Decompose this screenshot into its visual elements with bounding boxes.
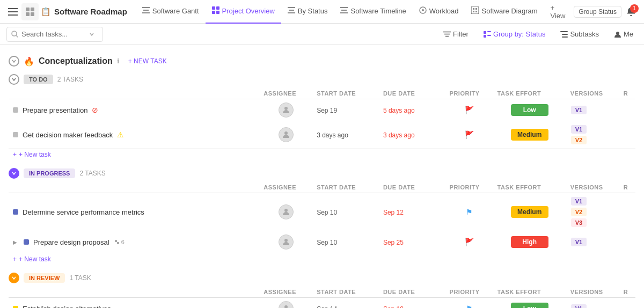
- inreview-task-1-start: Sep 14: [312, 298, 379, 309]
- plus-icon: +: [13, 151, 17, 158]
- nav-tabs: Software Gantt Project Overview By Statu…: [136, 0, 574, 24]
- menu-icon[interactable]: [4, 3, 21, 20]
- todo-task-count: 2 TASKS: [57, 76, 83, 83]
- group-inprogress-header: IN PROGRESS 2 TASKS: [9, 165, 635, 182]
- overview-tab-icon: [212, 6, 219, 16]
- svg-rect-1: [8, 11, 18, 12]
- col-task-effort: TASK EFFORT: [493, 182, 566, 193]
- task-drag-handle: [13, 107, 18, 113]
- inprogress-new-task-button[interactable]: + + New task: [9, 253, 635, 265]
- col-task-name: [9, 182, 259, 193]
- search-input[interactable]: [21, 30, 86, 38]
- timeline-tab-icon: [340, 7, 348, 15]
- inprogress-toggle-button[interactable]: [9, 168, 19, 179]
- version-tag-v1: V1: [571, 125, 587, 134]
- section-collapse-button[interactable]: [9, 56, 19, 67]
- avatar: [279, 127, 294, 142]
- tab-overview[interactable]: Project Overview: [206, 0, 281, 24]
- svg-rect-0: [8, 8, 18, 9]
- todo-task-table: ASSIGNEE START DATE DUE DATE PRIORITY TA…: [9, 88, 635, 149]
- todo-task-1-assignee: [259, 99, 312, 121]
- todo-task-2-name-cell: Get decision maker feedback ⚠: [9, 121, 259, 149]
- svg-rect-6: [31, 12, 34, 16]
- todo-task-1-priority: 🚩: [445, 99, 493, 121]
- section-header: 🔥 Conceptualization ℹ + NEW TASK: [9, 52, 635, 71]
- todo-toggle-button[interactable]: [9, 74, 19, 85]
- tab-diagram[interactable]: Software Diagram: [465, 0, 544, 24]
- col-versions: VERSIONS: [566, 182, 619, 193]
- inprogress-status-badge: IN PROGRESS: [24, 168, 75, 178]
- svg-rect-37: [562, 34, 568, 35]
- warning-icon: ⚠: [117, 130, 124, 139]
- svg-rect-14: [288, 7, 295, 8]
- svg-rect-11: [216, 6, 219, 10]
- svg-rect-10: [212, 6, 215, 10]
- search-box[interactable]: [6, 27, 103, 42]
- svg-rect-9: [142, 12, 150, 13]
- inprogress-task-2[interactable]: ▶ Prepare design proposal 6: [9, 231, 635, 253]
- svg-rect-15: [289, 10, 294, 11]
- svg-rect-23: [473, 8, 474, 10]
- inreview-toggle-button[interactable]: [9, 273, 19, 283]
- notifications-button[interactable]: 1: [623, 3, 640, 20]
- todo-new-task-button[interactable]: + + New task: [9, 149, 635, 160]
- effort-badge: Medium: [511, 206, 548, 218]
- todo-task-1[interactable]: Prepare presentation ⊘ Sep 19 5 days ago: [9, 99, 635, 121]
- section-info-icon[interactable]: ℹ: [117, 57, 120, 65]
- inreview-task-1-name-cell: Establish design alternatives: [9, 298, 259, 309]
- effort-badge: Medium: [511, 129, 548, 141]
- inprogress-task-1-priority: ⚑: [445, 193, 493, 231]
- group-status-button[interactable]: Group Status: [574, 6, 621, 18]
- svg-rect-22: [471, 6, 479, 14]
- tab-status[interactable]: By Status: [281, 0, 334, 24]
- todo-task-2[interactable]: Get decision maker feedback ⚠ 3 days ago…: [9, 121, 635, 149]
- expand-arrow[interactable]: ▶: [13, 239, 17, 245]
- inreview-task-1[interactable]: Establish design alternatives Sep 14 Sep…: [9, 298, 635, 309]
- tab-workload[interactable]: Workload: [413, 0, 465, 24]
- svg-rect-12: [212, 11, 215, 14]
- tab-timeline[interactable]: Software Timeline: [334, 0, 412, 24]
- todo-task-2-due: 3 days ago: [379, 121, 445, 149]
- app-icon: [21, 3, 39, 20]
- versions-cell: V1 V2 V3: [570, 196, 615, 228]
- priority-flag: ⚑: [466, 208, 473, 216]
- add-view-button[interactable]: + View: [544, 0, 574, 24]
- task-dot: [13, 209, 18, 215]
- svg-rect-18: [341, 10, 347, 11]
- inprogress-task-2-r: [619, 231, 635, 253]
- col-priority: PRIORITY: [445, 88, 493, 99]
- todo-task-2-r: [619, 121, 635, 149]
- inprogress-task-2-name-cell: ▶ Prepare design proposal 6: [9, 231, 259, 253]
- version-tag-v1: V1: [571, 238, 587, 246]
- project-emoji: 📋: [41, 7, 51, 17]
- todo-task-1-r: [619, 99, 635, 121]
- col-r: R: [619, 287, 635, 298]
- todo-task-1-versions: V1: [566, 99, 619, 121]
- task-dot: [13, 306, 18, 308]
- inprogress-task-1-assignee: [259, 193, 312, 231]
- svg-point-41: [284, 131, 288, 135]
- inprogress-task-count: 2 TASKS: [79, 170, 105, 177]
- inprogress-task-1-name-cell: Determine service performance metrics: [9, 193, 259, 231]
- subtasks-button[interactable]: Subtasks: [556, 28, 603, 40]
- svg-rect-26: [475, 11, 477, 12]
- effort-badge: High: [511, 236, 548, 248]
- section-new-task-button[interactable]: + NEW TASK: [128, 57, 167, 65]
- tab-gantt[interactable]: Software Gantt: [136, 0, 206, 24]
- col-assignee: ASSIGNEE: [259, 287, 312, 298]
- me-button[interactable]: Me: [610, 28, 638, 40]
- group-by-button[interactable]: Group by: Status: [479, 28, 550, 40]
- chevron-down-icon: [89, 32, 94, 37]
- svg-rect-19: [340, 12, 348, 13]
- blocked-icon: ⊘: [92, 106, 98, 114]
- subtasks-icon: [560, 31, 568, 38]
- group-inreview-header: IN REVIEW 1 TASK: [9, 269, 635, 287]
- me-icon: [614, 31, 621, 38]
- inprogress-task-1-r: [619, 193, 635, 231]
- version-tag-v1: V1: [571, 304, 587, 308]
- svg-line-28: [16, 35, 18, 38]
- group-by-icon: [484, 31, 491, 38]
- col-versions: VERSIONS: [566, 287, 619, 298]
- inprogress-task-1[interactable]: Determine service performance metrics Se…: [9, 193, 635, 231]
- filter-button[interactable]: Filter: [439, 28, 473, 40]
